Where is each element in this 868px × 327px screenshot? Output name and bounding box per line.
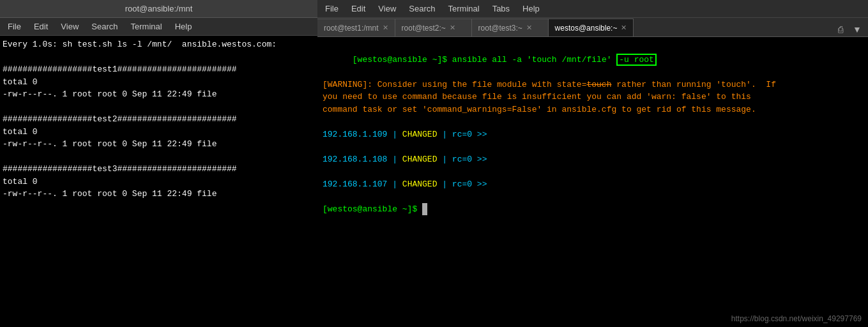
tabs-bar: root@test1:/mnt ✕ root@test2:~ ✕ root@te…: [317, 18, 868, 37]
left-menubar: File Edit View Search Terminal Help: [0, 18, 317, 36]
left-file1: -rw-r--r--. 1 root root 0 Sep 11 22:49 f…: [3, 88, 315, 101]
right-menu-edit[interactable]: Edit: [349, 3, 368, 15]
warning-line1: [WARNING]: Consider using the file modul…: [323, 79, 863, 91]
result-blank3: [323, 165, 863, 178]
tab-test3-label: root@test3:~: [478, 24, 522, 33]
result-line3: 192.168.1.107 | CHANGED | rc=0 >>: [323, 178, 863, 191]
right-menu-file[interactable]: File: [323, 3, 341, 15]
right-menu-help[interactable]: Help: [520, 3, 542, 15]
tab-test3[interactable]: root@test3:~ ✕: [472, 19, 549, 36]
left-menu-help[interactable]: Help: [172, 20, 195, 33]
tab-westos-label: westos@ansible:~: [555, 24, 618, 33]
left-test1-header: ##################test1#################…: [3, 63, 315, 76]
right-menu-terminal[interactable]: Terminal: [446, 3, 482, 15]
result-line1: 192.168.1.109 | CHANGED | rc=0 >>: [323, 128, 863, 141]
tab-test3-close[interactable]: ✕: [526, 24, 532, 32]
right-menu-view[interactable]: View: [376, 3, 399, 15]
left-total1: total 0: [3, 76, 315, 89]
watermark: https://blog.csdn.net/weixin_49297769: [731, 314, 862, 323]
tab-test1-label: root@test1:/mnt: [324, 24, 379, 33]
result-blank2: [323, 141, 863, 153]
left-test3-header: ##################test3#################…: [3, 163, 315, 176]
right-menu-tabs[interactable]: Tabs: [490, 3, 512, 15]
left-terminal: root@ansible:/mnt File Edit View Search …: [0, 0, 317, 327]
command-line: [westos@ansible ~]$ ansible all -a 'touc…: [323, 41, 863, 79]
left-file2: -rw-r--r--. 1 root root 0 Sep 11 22:49 f…: [3, 138, 315, 151]
left-total3: total 0: [3, 176, 315, 188]
watch-command-line: Every 1.0s: sh test.sh ls -l /mnt/ ansib…: [3, 38, 315, 51]
left-menu-file[interactable]: File: [5, 20, 24, 33]
result-line2: 192.168.1.108 | CHANGED | rc=0 >>: [323, 153, 863, 166]
end-prompt-line: [westos@ansible ~]$: [323, 203, 863, 216]
left-title-bar: root@ansible:/mnt: [0, 0, 317, 18]
right-terminal-content: [westos@ansible ~]$ ansible all -a 'touc…: [317, 37, 868, 327]
left-blank2: [3, 101, 315, 114]
left-blank3: [3, 151, 315, 164]
left-line-blank1: [3, 51, 315, 64]
tab-test2-close[interactable]: ✕: [450, 24, 455, 32]
warning-line3: command task or set 'command_warnings=Fa…: [323, 103, 863, 116]
tab-test1[interactable]: root@test1:/mnt ✕: [317, 19, 395, 36]
right-menu-search[interactable]: Search: [406, 3, 438, 15]
left-menu-search[interactable]: Search: [89, 20, 120, 33]
left-menu-terminal[interactable]: Terminal: [128, 20, 165, 33]
tab-test2[interactable]: root@test2:~ ✕: [395, 19, 472, 36]
tab-westos-close[interactable]: ✕: [621, 24, 627, 32]
result-blank4: [323, 190, 863, 203]
tab-action-icons: ⎙ ▼: [834, 22, 868, 36]
command-flag-highlight: -u root: [616, 54, 657, 66]
tab-westos-ansible[interactable]: westos@ansible:~ ✕: [549, 19, 634, 36]
left-title: root@ansible:/mnt: [125, 4, 193, 13]
result-blank1: [323, 116, 863, 128]
right-terminal: File Edit View Search Terminal Tabs Help…: [317, 0, 868, 327]
prompt-text: [westos@ansible ~]$ ansible all -a 'touc…: [353, 55, 616, 65]
dropdown-icon[interactable]: ▼: [850, 22, 864, 36]
left-total2: total 0: [3, 126, 315, 139]
left-menu-view[interactable]: View: [58, 20, 81, 33]
left-terminal-content: Every 1.0s: sh test.sh ls -l /mnt/ ansib…: [0, 36, 317, 327]
left-menu-edit[interactable]: Edit: [31, 20, 50, 33]
tab-test1-close[interactable]: ✕: [383, 24, 388, 32]
right-menubar: File Edit View Search Terminal Tabs Help: [317, 0, 868, 18]
left-test2-header: ##################test2#################…: [3, 113, 315, 126]
screenshot-icon[interactable]: ⎙: [834, 22, 848, 36]
tab-test2-label: root@test2:~: [402, 24, 446, 33]
warning-line2: you need to use command because file is …: [323, 91, 863, 103]
left-file3: -rw-r--r--. 1 root root 0 Sep 11 22:49 f…: [3, 188, 315, 201]
